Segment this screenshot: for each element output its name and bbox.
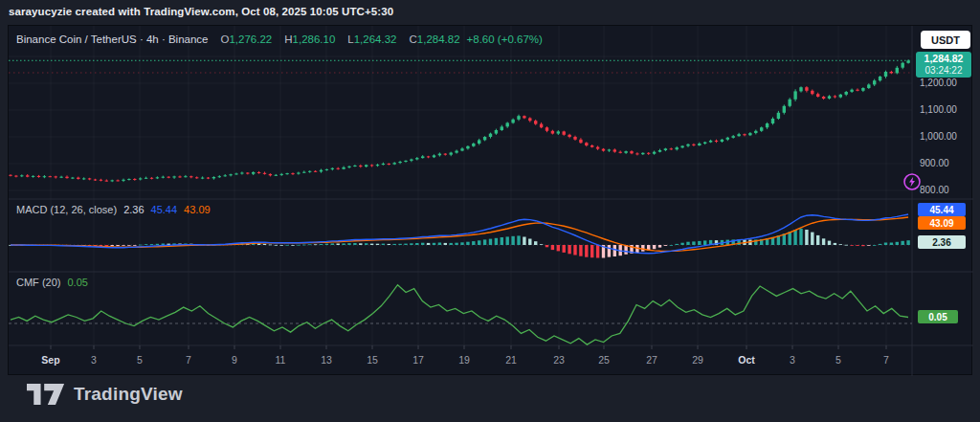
ohlc-change: +8.60 (+0.67%): [467, 33, 543, 45]
ohlc-low: L1,264.32: [342, 33, 396, 45]
cmf-value-badge: 0.05: [918, 310, 958, 323]
time-tick-label: Sep: [34, 354, 67, 366]
time-tick-label: 21: [495, 354, 527, 366]
price-tick-label: 1,100.00: [920, 104, 957, 115]
time-tick-label: Oct: [730, 354, 763, 366]
footer-bar: TradingView: [0, 375, 980, 422]
time-tick-label: 25: [588, 354, 620, 366]
ohlc-high: H1,286.10: [278, 33, 335, 45]
time-tick-label: 15: [356, 354, 389, 366]
time-tick-label: 5: [123, 354, 156, 366]
time-tick-label: 7: [172, 354, 205, 366]
time-tick-label: 27: [635, 354, 668, 366]
time-tick-label: 29: [681, 354, 714, 366]
macd-hist-value: 2.36: [123, 204, 144, 215]
chart-canvas[interactable]: [9, 26, 973, 376]
tradingview-logo-icon: [27, 384, 65, 405]
symbol-title[interactable]: Binance Coin / TetherUS · 4h · Binance: [16, 33, 209, 45]
bar-countdown: 03:24:22: [925, 65, 963, 78]
price-tick-label: 1,200.00: [920, 78, 957, 88]
attribution-text: sarayucyzie created with TradingView.com…: [9, 6, 393, 17]
macd-line-value: 45.44: [151, 204, 178, 215]
time-tick-label: 13: [310, 354, 343, 366]
instant-trading-icon[interactable]: [902, 172, 922, 191]
attribution-bar: sarayucyzie created with TradingView.com…: [0, 0, 980, 25]
last-price-badge: 1,284.82 03:24:22: [916, 52, 971, 78]
last-price-value: 1,284.82: [924, 53, 964, 65]
macd-hist-badge: 2.36: [918, 235, 966, 249]
ohlc-open: O1,276.22: [215, 33, 273, 45]
price-tick-label: 900.00: [920, 158, 949, 168]
cmf-legend: CMF (20) 0.05: [16, 277, 88, 288]
time-tick-label: 9: [218, 354, 251, 366]
price-tick-label: 1,000.00: [920, 131, 957, 142]
cmf-value: 0.05: [67, 277, 87, 288]
ohlc-close: C1,284.82: [403, 33, 459, 45]
time-tick-label: 19: [448, 354, 480, 366]
macd-title[interactable]: MACD (12, 26, close): [16, 204, 117, 215]
currency-toggle-button[interactable]: USDT: [921, 31, 970, 49]
price-tick-label: 800.00: [920, 185, 949, 195]
time-tick-label: 3: [78, 354, 110, 366]
macd-legend: MACD (12, 26, close) 2.36 45.44 43.09: [16, 204, 211, 215]
time-tick-label: 5: [822, 354, 855, 366]
chart-card: Binance Coin / TetherUS · 4h · Binance O…: [8, 25, 972, 375]
tradingview-logo[interactable]: TradingView: [27, 384, 183, 405]
macd-line-badge: 45.44: [918, 203, 966, 216]
time-tick-label: 3: [776, 354, 809, 366]
macd-signal-badge: 43.09: [918, 216, 966, 230]
time-tick-label: 7: [870, 354, 902, 366]
time-tick-label: 23: [543, 354, 575, 366]
cmf-title[interactable]: CMF (20): [16, 277, 60, 288]
macd-signal-value: 43.09: [184, 204, 211, 215]
symbol-legend: Binance Coin / TetherUS · 4h · Binance O…: [16, 33, 543, 45]
time-tick-label: 11: [264, 354, 297, 366]
tradingview-logo-text: TradingView: [74, 384, 183, 405]
time-tick-label: 17: [402, 354, 434, 366]
